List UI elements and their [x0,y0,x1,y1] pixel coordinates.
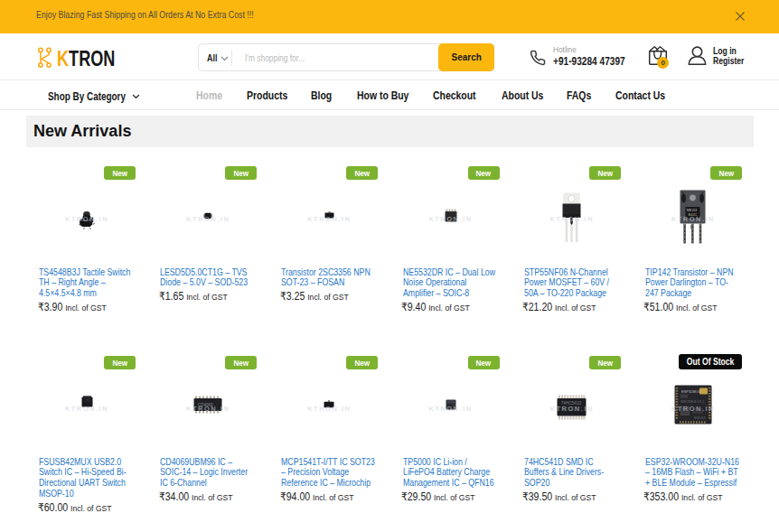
svg-text:S/N 013: S/N 013 [694,416,705,420]
svg-text:ESP32MOD: ESP32MOD [681,388,701,393]
svg-text:WIFI PMOD V1.1: WIFI PMOD V1.1 [680,400,704,404]
